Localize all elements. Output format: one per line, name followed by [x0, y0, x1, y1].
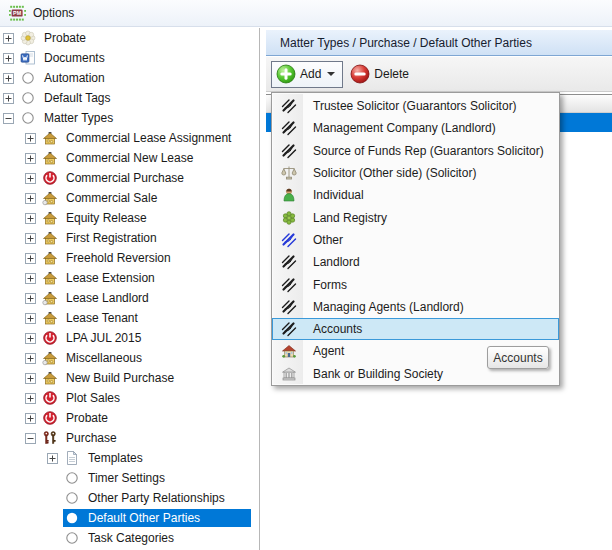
tree-item-lease-tenant[interactable]: Lease Tenant: [0, 308, 259, 328]
tree-item-commercial-sale[interactable]: Commercial Sale: [0, 188, 259, 208]
tree-item-probate[interactable]: Probate: [0, 408, 259, 428]
expander-plus-icon[interactable]: [25, 273, 36, 284]
menu-item-label: Bank or Building Society: [313, 367, 443, 381]
menu-item-label: Source of Funds Rep (Guarantors Solicito…: [313, 144, 544, 158]
tree-item-label: Default Other Parties: [85, 510, 203, 526]
expander-plus-icon[interactable]: [25, 413, 36, 424]
tree-item-task-categories[interactable]: Task Categories: [0, 528, 259, 548]
tree-item-commercial-lease-assignment[interactable]: Commercial Lease Assignment: [0, 128, 259, 148]
menu-item-solicitor-other-side-solicitor[interactable]: Solicitor (Other side) (Solicitor): [272, 162, 559, 184]
tree-item-default-other-parties[interactable]: Default Other Parties: [0, 508, 259, 528]
tree-item-label: Probate: [63, 410, 111, 426]
tree-item-matter-types[interactable]: Matter Types: [0, 108, 259, 128]
bank-grey-icon: [281, 366, 297, 382]
menu-item-label: Solicitor (Other side) (Solicitor): [313, 166, 476, 180]
tree-item-miscellaneous[interactable]: Miscellaneous: [0, 348, 259, 368]
menu-item-label: Management Company (Landlord): [313, 121, 496, 135]
tree-item-other-party-relationships[interactable]: Other Party Relationships: [0, 488, 259, 508]
scribble-black-icon: [281, 321, 297, 337]
tree-item-lease-extension[interactable]: Lease Extension: [0, 268, 259, 288]
tree-item-freehold-reversion[interactable]: Freehold Reversion: [0, 248, 259, 268]
menu-item-individual[interactable]: Individual: [272, 184, 559, 206]
tree-item-templates[interactable]: Templates: [0, 448, 259, 468]
expander-minus-icon[interactable]: [3, 113, 14, 124]
tree-item-label: Other Party Relationships: [85, 490, 228, 506]
house-gold-icon: [42, 210, 58, 226]
tree-item-label: Freehold Reversion: [63, 250, 174, 266]
radio-icon: [64, 470, 80, 486]
tree-item-lease-landlord[interactable]: Lease Landlord: [0, 288, 259, 308]
tree-item-first-registration[interactable]: First Registration: [0, 228, 259, 248]
house-gold-icon: [42, 310, 58, 326]
expander-plus-icon[interactable]: [25, 153, 36, 164]
expander-plus-icon[interactable]: [25, 253, 36, 264]
tree-item-label: Automation: [41, 70, 108, 86]
menu-item-label: Individual: [313, 188, 364, 202]
expander-plus-icon[interactable]: [3, 73, 14, 84]
expander-plus-icon[interactable]: [25, 193, 36, 204]
person-green-icon: [281, 187, 297, 203]
expander-plus-icon[interactable]: [25, 373, 36, 384]
rosette-green-icon: [281, 210, 297, 226]
menu-item-source-of-funds-rep-guarantors-solicitor[interactable]: Source of Funds Rep (Guarantors Solicito…: [272, 140, 559, 162]
tree-item-new-build-purchase[interactable]: New Build Purchase: [0, 368, 259, 388]
menu-item-accounts[interactable]: Accounts: [272, 318, 559, 340]
scribble-blue-icon: [281, 232, 297, 248]
expander-plus-icon[interactable]: [25, 313, 36, 324]
expander-plus-icon[interactable]: [3, 93, 14, 104]
tree-item-default-tags[interactable]: Default Tags: [0, 88, 259, 108]
tree-item-label: Commercial New Lease: [63, 150, 196, 166]
tree-item-label: Commercial Sale: [63, 190, 160, 206]
scribble-black-icon: [281, 254, 297, 270]
tree-item-automation[interactable]: Automation: [0, 68, 259, 88]
tree-item-plot-sales[interactable]: Plot Sales: [0, 388, 259, 408]
menu-item-managing-agents-landlord[interactable]: Managing Agents (Landlord): [272, 296, 559, 318]
tree-item-probate[interactable]: Probate: [0, 28, 259, 48]
expander-plus-icon[interactable]: [47, 453, 58, 464]
tree-item-commercial-new-lease[interactable]: Commercial New Lease: [0, 148, 259, 168]
expander-plus-icon[interactable]: [25, 233, 36, 244]
add-button[interactable]: Add: [271, 61, 343, 88]
tree-item-documents[interactable]: Documents: [0, 48, 259, 68]
radio-filled-icon: [64, 510, 80, 526]
window-title: Options: [33, 6, 74, 20]
menu-item-label: Agent: [313, 344, 344, 358]
flower-icon: [20, 30, 36, 46]
menu-item-trustee-solicitor-guarantors-solicitor[interactable]: Trustee Solicitor (Guarantors Solicitor): [272, 95, 559, 117]
expander-minus-icon[interactable]: [25, 433, 36, 444]
tree-item-timer-settings[interactable]: Timer Settings: [0, 468, 259, 488]
tree-item-purchase[interactable]: Purchase: [0, 428, 259, 448]
expander-plus-icon[interactable]: [25, 393, 36, 404]
menu-item-forms[interactable]: Forms: [272, 273, 559, 295]
menu-item-land-registry[interactable]: Land Registry: [272, 206, 559, 228]
tree-item-label: Timer Settings: [85, 470, 168, 486]
radio-icon: [20, 90, 36, 106]
svg-text:PM: PM: [13, 10, 22, 16]
options-window: PM Options ProbateDocumentsAutomationDef…: [0, 0, 612, 550]
tree-item-lpa-jul-2015[interactable]: LPA JUL 2015: [0, 328, 259, 348]
menu-item-label: Land Registry: [313, 211, 387, 225]
expander-plus-icon[interactable]: [25, 173, 36, 184]
tree-item-equity-release[interactable]: Equity Release: [0, 208, 259, 228]
tree-item-commercial-purchase[interactable]: Commercial Purchase: [0, 168, 259, 188]
tooltip-text: Accounts: [493, 351, 542, 365]
tree-item-label: New Build Purchase: [63, 370, 177, 386]
expander-spacer: [47, 533, 58, 544]
expander-plus-icon[interactable]: [3, 53, 14, 64]
menu-item-landlord[interactable]: Landlord: [272, 251, 559, 273]
menu-item-other[interactable]: Other: [272, 229, 559, 251]
radio-icon: [64, 490, 80, 506]
scribble-black-icon: [281, 299, 297, 315]
menu-item-management-company-landlord[interactable]: Management Company (Landlord): [272, 117, 559, 139]
house-gold2-icon: [42, 290, 58, 306]
expander-plus-icon[interactable]: [25, 213, 36, 224]
menu-item-label: Managing Agents (Landlord): [313, 300, 464, 314]
delete-button[interactable]: Delete: [345, 61, 417, 88]
radio-icon: [20, 110, 36, 126]
power-red-icon: [42, 410, 58, 426]
expander-plus-icon[interactable]: [25, 133, 36, 144]
expander-plus-icon[interactable]: [25, 333, 36, 344]
expander-plus-icon[interactable]: [25, 353, 36, 364]
expander-plus-icon[interactable]: [3, 33, 14, 44]
expander-plus-icon[interactable]: [25, 293, 36, 304]
